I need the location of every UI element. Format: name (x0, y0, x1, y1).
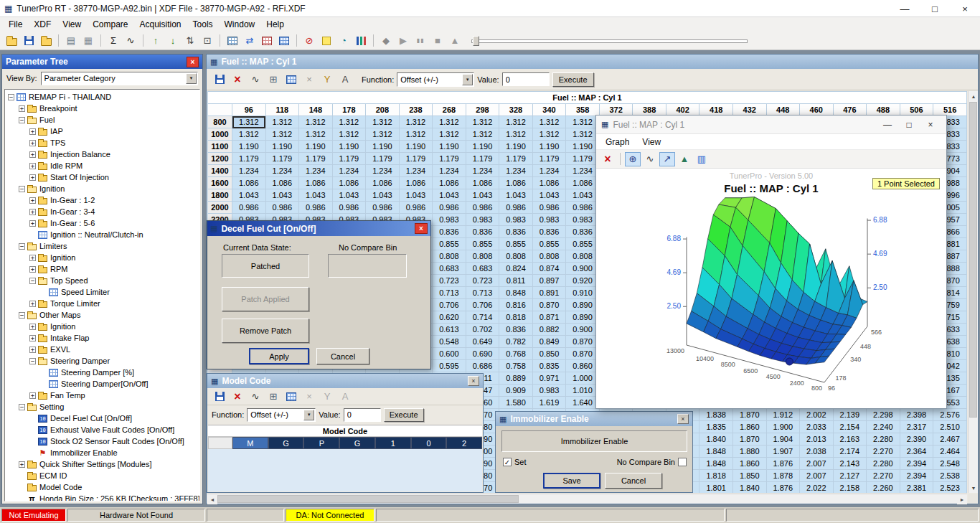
execute-button[interactable]: Execute (552, 72, 594, 87)
table-cell[interactable]: 0.690 (466, 348, 499, 360)
menu-compare[interactable]: Compare (87, 18, 133, 31)
scroll-up-icon[interactable]: ▲ (969, 91, 979, 101)
table-cell[interactable]: 1.086 (399, 177, 433, 189)
column-header[interactable]: 178 (332, 104, 366, 116)
menu-xdf[interactable]: XDF (28, 18, 57, 31)
table-cell[interactable]: 1.190 (299, 141, 333, 153)
table-cell[interactable]: 0.758 (499, 360, 533, 372)
chevron-down-icon[interactable]: ▼ (303, 410, 314, 420)
alert-icon[interactable]: ▲ (447, 34, 463, 48)
scroll-down-icon[interactable]: ▼ (969, 483, 979, 493)
table-cell[interactable]: 0.649 (466, 336, 499, 348)
expand-icon[interactable]: + (19, 105, 25, 112)
table-cell[interactable]: 1.179 (566, 153, 600, 165)
table-cell[interactable]: 1.234 (265, 165, 299, 177)
column-header[interactable]: 516 (933, 104, 967, 116)
column-header[interactable]: 488 (867, 104, 900, 116)
signal-icon[interactable]: ∿ (123, 34, 138, 48)
table-cell[interactable]: 1.850 (732, 470, 766, 482)
table-cell[interactable]: 0 (411, 437, 447, 449)
table-cell[interactable]: 1.848 (699, 446, 733, 458)
table-cell[interactable]: 1.086 (566, 177, 600, 189)
table-new-icon[interactable] (276, 34, 292, 48)
table-cell[interactable]: 2.163 (833, 433, 867, 446)
table-cell[interactable]: 0.714 (466, 311, 499, 324)
execute-button[interactable]: Execute (384, 408, 424, 422)
tree-item[interactable]: Ignition :: Neutral/Clutch-in (5, 229, 199, 240)
graph-icon[interactable]: ∿ (248, 390, 263, 404)
set-checkbox[interactable]: ✓ (503, 458, 512, 466)
table-cell[interactable]: 2.298 (867, 409, 900, 421)
table-cell[interactable]: 2.394 (900, 458, 933, 470)
table-cell[interactable]: 0.808 (433, 250, 466, 263)
table-cell[interactable]: 2.390 (900, 433, 933, 446)
table-cell[interactable]: 1.190 (499, 141, 533, 153)
table-cell[interactable]: 2.538 (933, 470, 967, 482)
table-cell[interactable]: 1.234 (366, 165, 400, 177)
table-cell[interactable]: 1.179 (499, 153, 533, 165)
expand-icon[interactable]: + (29, 140, 36, 146)
table-cell[interactable]: 0.986 (466, 202, 499, 214)
expand-icon[interactable]: + (29, 220, 36, 227)
table-cell[interactable]: 2.007 (800, 470, 834, 482)
delete-icon[interactable]: × (230, 390, 245, 404)
view-by-dropdown[interactable]: Parameter Category ▼ (41, 72, 198, 85)
table-cell[interactable]: 2.394 (900, 470, 933, 482)
table-cell[interactable]: 1.234 (332, 165, 366, 177)
tree-item[interactable]: +Intake Flap (5, 332, 199, 344)
collapse-icon[interactable]: − (29, 358, 36, 364)
table-cell[interactable]: 1.086 (366, 177, 400, 189)
table-cell[interactable]: 2.467 (933, 433, 967, 446)
table-cell[interactable]: 0.986 (566, 202, 600, 214)
tree-item[interactable]: +In-Gear : 5-6 (5, 217, 199, 229)
table-cell[interactable]: 0.855 (566, 238, 600, 250)
column-header[interactable]: 476 (833, 104, 867, 116)
no-compare-checkbox[interactable] (678, 458, 687, 466)
table-cell[interactable]: 1.870 (732, 433, 766, 446)
column-header[interactable]: 148 (299, 104, 333, 116)
table-cell[interactable]: 1.860 (732, 421, 766, 433)
upload-icon[interactable]: ↑ (148, 34, 164, 48)
table-cell[interactable]: 1.190 (366, 141, 400, 153)
tree-item[interactable]: +Start Of Injection (5, 171, 199, 183)
maximize-button[interactable]: □ (920, 0, 950, 17)
tree-item[interactable]: Stock O2 Sensor Fault Codes [On/Off] (5, 435, 199, 447)
expand-icon[interactable]: + (29, 163, 36, 169)
graph-titlebar[interactable]: ▦ Fuel :: MAP : Cyl 1 — □ × (596, 116, 946, 134)
model-code-titlebar[interactable]: ▦ Model Code × (207, 374, 483, 388)
tree-item[interactable]: +Ignition (5, 252, 199, 263)
table-cell[interactable]: 0.706 (433, 299, 466, 311)
collapse-icon[interactable]: − (19, 117, 25, 123)
copy-icon[interactable]: ⊡ (199, 34, 215, 48)
table-cell[interactable]: 1.010 (566, 385, 600, 397)
table-cell[interactable]: 0.983 (532, 385, 566, 397)
table-cell[interactable]: 0.702 (466, 324, 499, 336)
save-icon[interactable] (212, 390, 227, 404)
table-cell[interactable]: 1.312 (433, 116, 466, 128)
table-cell[interactable]: 0.860 (566, 360, 600, 372)
tree-item[interactable]: +Injection Balance (5, 149, 199, 160)
table-cell[interactable]: 0.835 (532, 360, 566, 372)
clear-icon[interactable]: × (301, 390, 317, 404)
table-cell[interactable]: 2.260 (867, 482, 900, 494)
table-cell[interactable]: 0.683 (466, 263, 499, 275)
table-cell[interactable]: 2.381 (900, 482, 933, 494)
tree-item[interactable]: −Other Maps (5, 309, 199, 321)
table-cell[interactable]: 1.179 (299, 153, 333, 165)
table-cell[interactable]: 0.782 (499, 336, 533, 348)
table-cell[interactable]: 1.190 (433, 141, 466, 153)
table-cell[interactable]: 1.086 (499, 177, 533, 189)
table-cell[interactable]: 2.158 (833, 482, 867, 494)
table-cell[interactable]: 2.013 (800, 433, 834, 446)
table-cell[interactable]: 1.179 (366, 153, 400, 165)
table-cell[interactable]: 0.890 (566, 311, 600, 324)
column-header[interactable]: 388 (633, 104, 666, 116)
table-cell[interactable]: 1.312 (332, 128, 366, 141)
grid-view-icon[interactable] (283, 72, 299, 87)
chevron-down-icon[interactable]: ▼ (462, 74, 473, 85)
sync-icon[interactable]: ⇅ (182, 34, 198, 48)
column-header[interactable]: 268 (433, 104, 466, 116)
tree-item[interactable]: −Fuel (5, 114, 199, 126)
horizontal-scrollbar[interactable]: ◄ ► (207, 494, 967, 504)
row-header[interactable]: 1200 (208, 153, 232, 165)
